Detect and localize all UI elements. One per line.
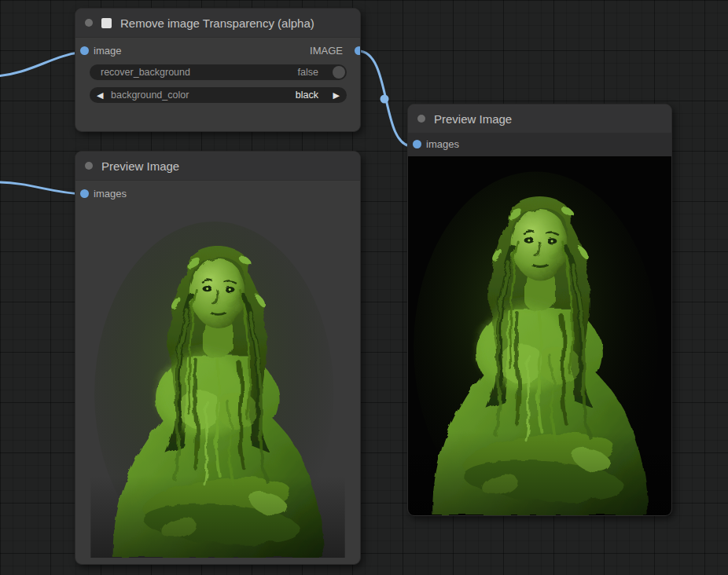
node-header[interactable]: Remove image Transparency (alpha) <box>75 9 360 38</box>
input-port-images[interactable] <box>80 189 89 198</box>
slot-row: image IMAGE <box>75 42 360 60</box>
input-label-images: images <box>94 188 127 200</box>
slot-row: images <box>75 185 360 203</box>
node-remove-image-transparency[interactable]: Remove image Transparency (alpha) image … <box>75 8 361 132</box>
output-label-IMAGE: IMAGE <box>310 45 343 57</box>
preview-image <box>408 156 671 515</box>
output-port-IMAGE[interactable] <box>355 46 361 55</box>
widget-recover-background[interactable]: recover_background false <box>90 64 347 80</box>
collapse-dot-icon[interactable] <box>85 162 93 170</box>
node-header[interactable]: Preview Image <box>75 152 360 181</box>
node-title: Remove image Transparency (alpha) <box>120 16 314 30</box>
widget-background-color[interactable]: ◀ background_color black ▶ <box>90 87 347 103</box>
node-title: Preview Image <box>434 112 512 126</box>
node-preview-image-right[interactable]: Preview Image images <box>407 104 672 516</box>
node-header[interactable]: Preview Image <box>408 104 671 134</box>
link-into-images-input-left[interactable] <box>0 182 84 194</box>
widget-name: recover_background <box>101 67 190 78</box>
link-into-image-input[interactable] <box>0 52 84 76</box>
widget-value: black <box>296 90 318 101</box>
input-label-images: images <box>426 138 459 150</box>
node-title: Preview Image <box>101 159 179 173</box>
slot-row: images <box>408 135 671 154</box>
preview-image <box>87 207 348 558</box>
combo-right-arrow-icon[interactable]: ▶ <box>333 89 340 101</box>
link-image-to-preview-right[interactable] <box>358 51 412 146</box>
toggle-knob[interactable] <box>333 66 345 79</box>
collapse-dot-icon[interactable] <box>417 115 425 123</box>
node-box-icon <box>101 18 112 28</box>
input-port-image[interactable] <box>80 46 89 55</box>
node-preview-image-left[interactable]: Preview Image images <box>75 151 361 565</box>
input-port-images[interactable] <box>413 140 421 148</box>
collapse-dot-icon[interactable] <box>85 19 93 27</box>
widget-name: background_color <box>111 90 189 101</box>
node-graph-canvas[interactable]: Remove image Transparency (alpha) image … <box>0 0 728 575</box>
input-label-image: image <box>94 45 121 57</box>
widget-value: false <box>298 67 318 78</box>
combo-left-arrow-icon[interactable]: ◀ <box>97 89 103 101</box>
link-midpoint-dot[interactable] <box>381 95 389 104</box>
